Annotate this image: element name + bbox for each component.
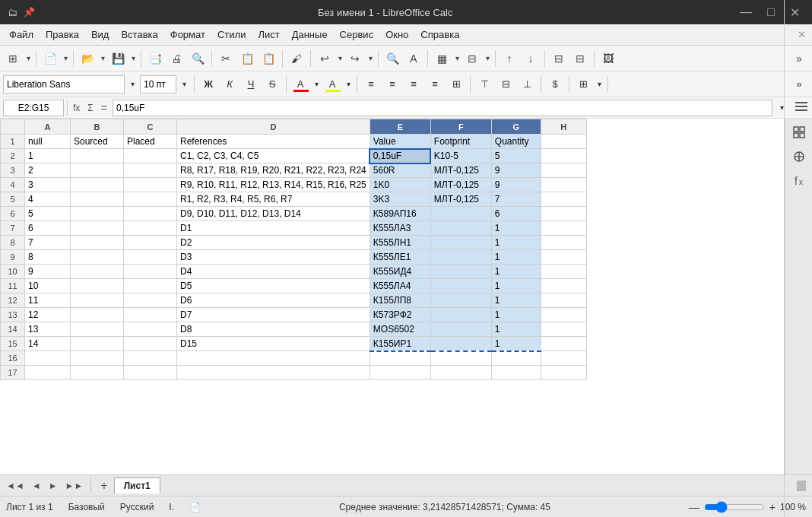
- sidebar-navigator-btn[interactable]: [788, 146, 810, 167]
- cell-A13[interactable]: 12: [25, 308, 71, 322]
- cell-A9[interactable]: 8: [25, 250, 71, 265]
- cell-G12[interactable]: 1: [491, 293, 541, 308]
- cell-F8[interactable]: [430, 236, 491, 250]
- spreadsheet[interactable]: A B C D E F G H 1 null Source: [0, 119, 785, 474]
- undo-dropdown[interactable]: ▾: [336, 49, 344, 68]
- cell-E2[interactable]: 0,15uF: [370, 149, 430, 163]
- cell-H4[interactable]: [541, 178, 586, 192]
- cell-G4[interactable]: 9: [491, 178, 541, 192]
- cell-F5[interactable]: МЛТ-0,125: [430, 192, 491, 207]
- cell-D5[interactable]: R1, R2, R3, R4, R5, R6, R7: [177, 192, 370, 207]
- redo-dropdown[interactable]: ▾: [366, 49, 374, 68]
- sidebar-styles-btn[interactable]: [788, 122, 810, 143]
- export-pdf-btn[interactable]: 📑: [145, 49, 165, 68]
- cell-H6[interactable]: [541, 207, 586, 221]
- cell-C3[interactable]: [124, 163, 177, 178]
- cell-B13[interactable]: [71, 308, 124, 322]
- col-header-D[interactable]: D: [177, 119, 370, 135]
- equal-btn[interactable]: =: [99, 102, 109, 114]
- menu-data[interactable]: Данные: [286, 26, 334, 43]
- col-header-G[interactable]: G: [491, 119, 541, 135]
- cell-A5[interactable]: 4: [25, 192, 71, 207]
- cell-A10[interactable]: 9: [25, 265, 71, 279]
- add-sheet-btn[interactable]: +: [96, 479, 112, 493]
- col-header-F[interactable]: F: [430, 119, 491, 135]
- paste-btn[interactable]: 📋: [259, 49, 278, 68]
- cell-H11[interactable]: [541, 279, 586, 293]
- search-btn[interactable]: 🔍: [382, 49, 402, 68]
- cell-D11[interactable]: D5: [177, 279, 370, 293]
- cell-G1[interactable]: Quantity: [491, 135, 541, 149]
- italic-btn[interactable]: К: [220, 75, 239, 94]
- cell-H9[interactable]: [541, 250, 586, 265]
- menu-window[interactable]: Окно: [379, 26, 414, 43]
- merge-btn[interactable]: ⊞: [446, 75, 466, 94]
- cell-D1[interactable]: References: [177, 135, 370, 149]
- open-dropdown[interactable]: ▾: [99, 49, 106, 68]
- cell-B17[interactable]: [71, 366, 124, 380]
- toolbar-overflow-btn[interactable]: »: [789, 49, 809, 68]
- col-header-A[interactable]: A: [25, 119, 71, 135]
- cell-B7[interactable]: [71, 221, 124, 236]
- table-dropdown[interactable]: ▾: [453, 49, 461, 68]
- cell-reference-input[interactable]: E2:G15: [3, 100, 64, 116]
- cell-G15[interactable]: 1: [491, 337, 541, 351]
- borders-dropdown[interactable]: ▾: [595, 75, 604, 94]
- cell-F10[interactable]: [430, 265, 491, 279]
- cell-D16[interactable]: [177, 351, 370, 366]
- insert-image-btn[interactable]: 🖼: [598, 49, 618, 68]
- sheet-nav-next[interactable]: ►: [46, 481, 61, 491]
- cell-C9[interactable]: [124, 250, 177, 265]
- cell-G6[interactable]: 6: [491, 207, 541, 221]
- menu-insert[interactable]: Вставка: [115, 26, 163, 43]
- align-right-btn[interactable]: ≡: [404, 75, 423, 94]
- cell-C11[interactable]: [124, 279, 177, 293]
- cell-E6[interactable]: К589АП16: [370, 207, 430, 221]
- cell-H2[interactable]: [541, 149, 586, 163]
- cell-A2[interactable]: 1: [25, 149, 71, 163]
- save-dropdown[interactable]: ▾: [129, 49, 137, 68]
- cell-A12[interactable]: 11: [25, 293, 71, 308]
- cut-btn[interactable]: ✂: [216, 49, 236, 68]
- cell-C12[interactable]: [124, 293, 177, 308]
- cell-G9[interactable]: 1: [491, 250, 541, 265]
- cell-B2[interactable]: [71, 149, 124, 163]
- valign-top-btn[interactable]: ⊤: [474, 75, 494, 94]
- table-btn[interactable]: ▦: [432, 49, 452, 68]
- new-btn[interactable]: 📄: [40, 49, 60, 68]
- cell-G13[interactable]: 1: [491, 308, 541, 322]
- cell-B5[interactable]: [71, 192, 124, 207]
- highlight-dropdown[interactable]: ▾: [344, 75, 353, 94]
- cell-C16[interactable]: [124, 351, 177, 366]
- cell-B4[interactable]: [71, 178, 124, 192]
- cell-A6[interactable]: 5: [25, 207, 71, 221]
- cell-H1[interactable]: [541, 135, 586, 149]
- cell-E10[interactable]: К555ИД4: [370, 265, 430, 279]
- format-paint-btn[interactable]: 🖌: [287, 49, 306, 68]
- col-header-B[interactable]: B: [71, 119, 124, 135]
- filter-btn[interactable]: ⊟: [549, 49, 569, 68]
- cell-A11[interactable]: 10: [25, 279, 71, 293]
- menu-close-icon[interactable]: ✕: [795, 29, 809, 40]
- cell-H16[interactable]: [541, 351, 586, 366]
- borders-btn[interactable]: ⊞: [573, 75, 593, 94]
- cell-E1[interactable]: Value: [370, 135, 430, 149]
- cell-E12[interactable]: К155ЛП8: [370, 293, 430, 308]
- sheet-nav-last[interactable]: ►►: [62, 481, 87, 491]
- cell-E9[interactable]: К555ЛЕ1: [370, 250, 430, 265]
- spell-btn[interactable]: A: [404, 49, 423, 68]
- sheet-nav-prev[interactable]: ◄: [29, 481, 44, 491]
- sidebar-toggle-btn[interactable]: [794, 99, 809, 116]
- new-dropdown[interactable]: ▾: [62, 49, 69, 68]
- cell-B3[interactable]: [71, 163, 124, 178]
- cell-E17[interactable]: [370, 366, 430, 380]
- cell-E15[interactable]: К155ИР1: [370, 337, 430, 351]
- cell-F13[interactable]: [430, 308, 491, 322]
- sheet-nav-first[interactable]: ◄◄: [3, 481, 27, 491]
- bold-btn[interactable]: Ж: [198, 75, 218, 94]
- menu-styles[interactable]: Стили: [211, 26, 252, 43]
- cell-D15[interactable]: D15: [177, 337, 370, 351]
- cell-A8[interactable]: 7: [25, 236, 71, 250]
- save-btn[interactable]: 💾: [108, 49, 128, 68]
- cell-F2[interactable]: K10-5: [430, 149, 491, 163]
